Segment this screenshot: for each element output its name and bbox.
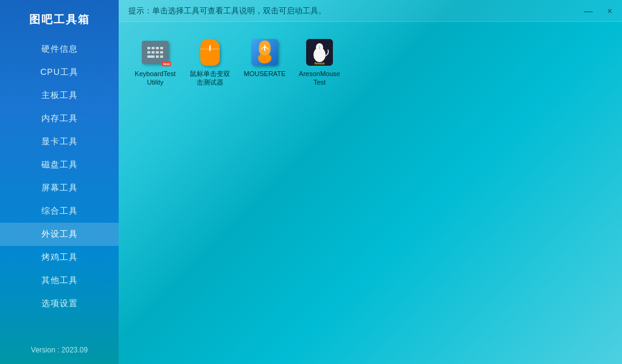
title-bar: 提示：单击选择工具可查看工具说明，双击可启动工具。 — × <box>119 0 622 22</box>
minimize-button[interactable]: — <box>581 5 596 16</box>
mouse-double-click-label: 鼠标单击变双击测试器 <box>188 69 232 87</box>
close-button[interactable]: × <box>604 5 616 16</box>
sidebar-item-general[interactable]: 综合工具 <box>0 200 119 223</box>
tool-item-keyboard-test[interactable]: test KeyboardTest Utility <box>131 34 180 91</box>
sidebar-item-other[interactable]: 其他工具 <box>0 269 119 292</box>
sidebar-item-settings[interactable]: 选项设置 <box>0 292 119 315</box>
mouserate-icon <box>250 38 279 67</box>
sidebar-item-cpu[interactable]: CPU工具 <box>0 61 119 84</box>
sidebar-item-memory[interactable]: 内存工具 <box>0 107 119 130</box>
version-label: Version : 2023.09 <box>0 337 119 364</box>
main-content: 提示：单击选择工具可查看工具说明，双击可启动工具。 — × <box>119 0 622 364</box>
sidebar-nav: 硬件信息CPU工具主板工具内存工具显卡工具磁盘工具屏幕工具综合工具外设工具烤鸡工… <box>0 38 119 337</box>
sidebar: 图吧工具箱 硬件信息CPU工具主板工具内存工具显卡工具磁盘工具屏幕工具综合工具外… <box>0 0 119 364</box>
sidebar-item-gpu[interactable]: 显卡工具 <box>0 130 119 153</box>
areson-mouse-icon: Areson <box>305 38 334 67</box>
sidebar-item-disk[interactable]: 磁盘工具 <box>0 153 119 177</box>
tool-item-mouserate[interactable]: MOUSERATE <box>240 34 289 91</box>
window-controls: — × <box>581 5 616 16</box>
keyboard-test-label: KeyboardTest Utility <box>133 69 177 87</box>
areson-mouse-label: AresonMouseTest <box>298 69 341 87</box>
tool-item-areson-mouse[interactable]: Areson AresonMouseTest <box>295 34 344 91</box>
sidebar-item-peripheral[interactable]: 外设工具 <box>0 223 119 246</box>
sidebar-item-hardware[interactable]: 硬件信息 <box>0 38 119 61</box>
sidebar-item-screen[interactable]: 屏幕工具 <box>0 177 119 200</box>
mouserate-label: MOUSERATE <box>244 69 286 78</box>
app-container: 图吧工具箱 硬件信息CPU工具主板工具内存工具显卡工具磁盘工具屏幕工具综合工具外… <box>0 0 622 364</box>
app-title: 图吧工具箱 <box>0 0 119 38</box>
sidebar-item-motherboard[interactable]: 主板工具 <box>0 84 119 107</box>
mouse-double-click-icon <box>195 38 225 67</box>
hint-text: 提示：单击选择工具可查看工具说明，双击可启动工具。 <box>125 5 326 16</box>
svg-text:Areson: Areson <box>314 61 324 65</box>
tool-grid: test KeyboardTest Utility鼠标单击变双击测试器 MOUS… <box>119 22 622 103</box>
keyboard-test-icon: test <box>141 38 170 67</box>
tool-item-mouse-double-click[interactable]: 鼠标单击变双击测试器 <box>186 34 234 91</box>
sidebar-item-stress[interactable]: 烤鸡工具 <box>0 246 119 269</box>
